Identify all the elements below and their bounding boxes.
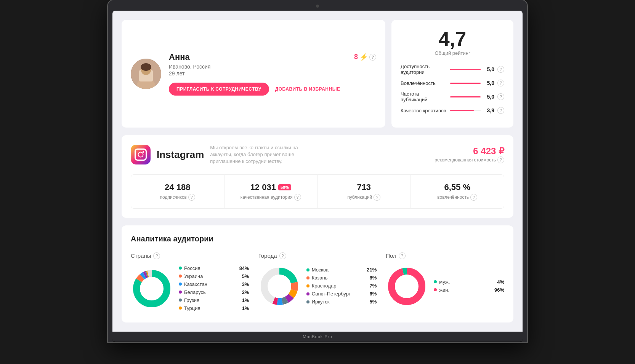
avatar [131, 59, 161, 89]
rating-item-value: 3,9 [484, 107, 494, 113]
laptop-label: MacBook Pro [303, 334, 332, 339]
camera-dot [316, 5, 319, 8]
legend-dot [434, 280, 437, 283]
chart-title: Страны ? [131, 252, 249, 259]
ratings-card: 4,7 Общий рейтинг Доступность аудитории … [391, 20, 513, 128]
chart-title: Пол ? [386, 252, 504, 259]
overall-rating: 4,7 Общий рейтинг [401, 29, 504, 56]
rating-item: Качество креативов 3,9 ? [401, 107, 504, 114]
legend-item: муж. 4% [434, 279, 504, 285]
stat-help-icon[interactable]: ? [374, 194, 380, 201]
chart-help-icon[interactable]: ? [279, 252, 286, 259]
legend-dot [306, 292, 309, 295]
legend-dot [179, 291, 182, 294]
svg-point-28 [397, 276, 417, 296]
legend-name: Казань [312, 275, 367, 281]
overall-rating-label: Общий рейтинг [401, 50, 504, 56]
stat-cell: 713 публикаций ? [318, 175, 411, 208]
legend-name: Краснодар [312, 283, 367, 289]
profile-card: Анна 8 ⚡ ? Иваново, Россия 29 лет ПРИГ [122, 20, 385, 128]
profile-name-row: Анна 8 ⚡ ? [169, 52, 376, 62]
legend-name: Иркутск [312, 299, 367, 305]
legend-dot [306, 276, 309, 279]
legend-name: Грузия [184, 297, 240, 303]
legend-item: жен. 96% [434, 287, 504, 293]
stat-value: 24 188 [137, 182, 218, 192]
stat-label: вовлечённость ? [417, 194, 498, 201]
stats-row: 24 188 подписчиков ? 12 03150% качествен… [131, 174, 504, 209]
legend-pct: 96% [494, 287, 504, 293]
lightning-icon: ⚡ [359, 53, 368, 61]
legend-item: Санкт-Петербург 6% [306, 291, 377, 297]
legend-dot [179, 275, 182, 278]
invite-button[interactable]: ПРИГЛАСИТЬ К СОТРУДНИЧЕСТВУ [169, 83, 269, 96]
rating-bar [450, 110, 481, 111]
legend-dot [306, 300, 309, 303]
rating-help-icon[interactable]: ? [497, 66, 504, 73]
legend-pct: 4% [497, 279, 504, 285]
chart-block: Города ? Москва 21% Казань 8% Краснодар [258, 252, 377, 313]
instagram-logo-inner [135, 148, 147, 161]
legend-item: Краснодар 7% [306, 283, 377, 289]
profile-name: Анна [169, 52, 190, 62]
price-help-icon[interactable]: ? [497, 156, 504, 163]
legend-name: Санкт-Петербург [312, 291, 367, 297]
legend-pct: 2% [242, 289, 249, 295]
legend-item: Украина 5% [179, 273, 249, 279]
rating-help-icon[interactable]: ? [497, 93, 504, 100]
legend-pct: 3% [242, 281, 249, 287]
laptop-screen: Анна 8 ⚡ ? Иваново, Россия 29 лет ПРИГ [108, 0, 527, 342]
stat-label: публикаций ? [324, 194, 404, 201]
rating-bar [450, 69, 481, 70]
chart-block: Пол ? муж. 4% жен. 96% [386, 252, 504, 313]
score-value: 8 [354, 53, 358, 61]
score-help-icon[interactable]: ? [369, 54, 376, 61]
stat-help-icon[interactable]: ? [188, 194, 195, 201]
legend-pct: 6% [370, 291, 377, 297]
chart-help-icon[interactable]: ? [399, 252, 406, 259]
legend-item: Москва 21% [306, 267, 377, 273]
analytics-section: Аналитика аудитории Страны ? Россия 84% … [122, 225, 513, 322]
rating-item-name: Вовлечённость [401, 80, 447, 86]
rating-item-value: 5,0 [484, 94, 494, 100]
instagram-price-value: 6 423 ₽ [435, 146, 504, 156]
legend-dot [306, 284, 309, 287]
favorite-button[interactable]: ДОБАВИТЬ В ИЗБРАННЫЕ [275, 86, 340, 92]
chart-help-icon[interactable]: ? [153, 252, 160, 259]
chart-content: Россия 84% Украина 5% Казахстан 3% Белар… [131, 265, 249, 313]
rating-bar [450, 83, 481, 84]
stat-label: подписчиков ? [137, 194, 218, 201]
legend-dot [306, 268, 309, 271]
profile-info: Анна 8 ⚡ ? Иваново, Россия 29 лет ПРИГ [169, 52, 376, 96]
legend-item: Россия 84% [179, 265, 249, 271]
page-content: Анна 8 ⚡ ? Иваново, Россия 29 лет ПРИГ [112, 11, 523, 332]
legend-name: Беларусь [184, 289, 240, 295]
legend-pct: 1% [242, 305, 249, 311]
stat-cell: 12 03150% качественная аудитория ? [224, 175, 318, 208]
svg-point-14 [142, 279, 162, 299]
legend-item: Казань 8% [306, 275, 377, 281]
legend-name: Украина [184, 273, 240, 279]
chart-content: муж. 4% жен. 96% [386, 265, 504, 309]
rating-help-icon[interactable]: ? [497, 107, 504, 114]
screen-inner: Анна 8 ⚡ ? Иваново, Россия 29 лет ПРИГ [112, 11, 523, 332]
legend-pct: 1% [242, 297, 249, 303]
svg-point-5 [141, 63, 151, 71]
profile-location: Иваново, Россия [169, 64, 376, 70]
laptop-bottom-bar: MacBook Pro [112, 332, 523, 342]
rating-item: Частота публикаций 5,0 ? [401, 91, 504, 102]
legend-name: муж. [439, 279, 495, 285]
legend-name: Россия [184, 265, 237, 271]
instagram-price-block: 6 423 ₽ рекомендованная стоимость ? [435, 146, 504, 163]
rating-help-icon[interactable]: ? [497, 80, 504, 86]
chart-legend: муж. 4% жен. 96% [434, 279, 504, 295]
stat-help-icon[interactable]: ? [470, 194, 477, 201]
instagram-notice: Мы откроем все контакты и ссылки на акка… [210, 144, 317, 165]
laptop-wrapper: Анна 8 ⚡ ? Иваново, Россия 29 лет ПРИГ [108, 0, 527, 364]
rating-item-name: Частота публикаций [401, 91, 447, 102]
legend-item: Грузия 1% [179, 297, 249, 303]
overall-rating-value: 4,7 [401, 29, 504, 49]
stat-help-icon[interactable]: ? [294, 194, 301, 201]
rating-item: Вовлечённость 5,0 ? [401, 80, 504, 86]
rating-item-value: 5,0 [484, 80, 494, 86]
